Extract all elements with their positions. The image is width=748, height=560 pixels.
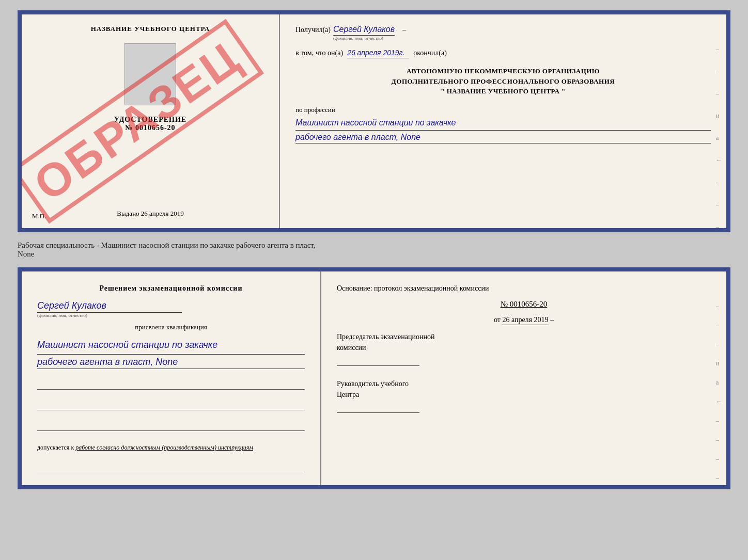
- poluchil-name: Сергей Кулаков: [333, 25, 395, 36]
- dash-5: а: [716, 134, 722, 142]
- osnovanie-text: Основание: протокол экзаменационной коми…: [337, 284, 711, 293]
- cert-right-panel: Получил(а) Сергей Кулаков (фамилия, имя,…: [280, 14, 726, 228]
- protocol-date-value: 26 апреля 2019: [502, 316, 548, 325]
- org-line2: ДОПОЛНИТЕЛЬНОГО ПРОФЕССИОНАЛЬНОГО ОБРАЗО…: [295, 76, 711, 87]
- b-dash-2: –: [716, 322, 722, 329]
- b-dash-10: –: [716, 474, 722, 482]
- certificate-top: НАЗВАНИЕ УЧЕБНОГО ЦЕНТРА УДОСТОВЕРЕНИЕ №…: [18, 10, 730, 232]
- dash-9: –: [716, 223, 722, 231]
- udostoverenie-block: УДОСТОВЕРЕНИЕ № 0010656-20: [114, 116, 186, 132]
- rukovoditel-sign-line: [337, 403, 419, 413]
- b-dash-4: и: [716, 360, 722, 367]
- blank-line-2: [37, 400, 305, 410]
- dash-6: ←: [716, 156, 722, 164]
- resheniem-text: Решением экзаменационной комиссии: [37, 284, 305, 293]
- bottom-name: Сергей Кулаков: [37, 300, 182, 313]
- dash-8: –: [716, 201, 722, 209]
- blank-line-3: [37, 421, 305, 431]
- rukovoditel-block: Руководитель учебного Центра: [337, 378, 711, 413]
- kvali-line2: рабочего агента в пласт, None: [37, 357, 305, 369]
- cert-left-panel: НАЗВАНИЕ УЧЕБНОГО ЦЕНТРА УДОСТОВЕРЕНИЕ №…: [22, 14, 280, 228]
- dash-7: –: [716, 179, 722, 186]
- dash-1: –: [716, 45, 722, 53]
- b-dash-1: –: [716, 302, 722, 310]
- predsedatel-sign-line: [337, 356, 419, 366]
- profession-line1: Машинист насосной станции по закачке: [295, 116, 711, 131]
- vydano-date: 26 апреля 2019: [141, 210, 184, 217]
- v-tom-row: в том, что он(а) 26 апреля 2019г. окончи…: [295, 49, 711, 58]
- dash-2: –: [716, 68, 722, 75]
- subtitle-line2: None: [18, 250, 35, 258]
- prisvoena-text: присвоена квалификация: [37, 323, 305, 331]
- profession-line2: рабочего агента в пласт, None: [295, 133, 711, 143]
- protocol-date: от 26 апреля 2019 –: [337, 316, 711, 324]
- org-block: АВТОНОМНУЮ НЕКОММЕРЧЕСКУЮ ОРГАНИЗАЦИЮ ДО…: [295, 66, 711, 97]
- fio-hint-bottom: (фамилия, имя, отчество): [37, 313, 305, 318]
- dopusk-text: работе согласно должностным (производств…: [75, 444, 253, 451]
- org-quote: " НАЗВАНИЕ УЧЕБНОГО ЦЕНТРА ": [295, 86, 711, 97]
- blank-line-4: [37, 462, 305, 472]
- dopusk-prefix: допускается к: [37, 444, 74, 451]
- udostoverenie-title: УДОСТОВЕРЕНИЕ: [114, 116, 186, 124]
- center-name-top: НАЗВАНИЕ УЧЕБНОГО ЦЕНТРА: [91, 25, 210, 33]
- po-professii-label: по профессии: [295, 106, 711, 114]
- poluchil-row: Получил(а) Сергей Кулаков (фамилия, имя,…: [295, 25, 711, 41]
- poluchil-label: Получил(а): [295, 26, 331, 34]
- b-dash-3: –: [716, 341, 722, 348]
- predsedatel-block: Председатель экзаменационной комиссии: [337, 331, 711, 366]
- mp-label: М.П.: [32, 212, 46, 220]
- protocol-date-prefix: от: [494, 316, 501, 324]
- b-dash-9: –: [716, 455, 722, 463]
- dash-3: –: [716, 90, 722, 98]
- rukovoditel-label2: Центра: [337, 389, 711, 400]
- predsedatel-label: Председатель экзаменационной: [337, 331, 711, 342]
- b-dash-6: ←: [716, 398, 722, 406]
- b-dash-7: –: [716, 417, 722, 425]
- fio-hint-top: (фамилия, имя, отчество): [333, 36, 395, 41]
- b-dash-5: а: [716, 379, 722, 387]
- protocol-date-dash: –: [550, 316, 554, 324]
- vydano-label: Выдано: [117, 210, 139, 217]
- protocol-number: № 0010656-20: [337, 300, 711, 309]
- predsedatel-label2: комиссии: [337, 342, 711, 353]
- v-tom-label: в том, что он(а): [295, 49, 343, 57]
- org-line1: АВТОНОМНУЮ НЕКОММЕРЧЕСКУЮ ОРГАНИЗАЦИЮ: [295, 66, 711, 76]
- certificate-bottom: Решением экзаменационной комиссии Сергей…: [18, 267, 730, 489]
- date-value: 26 апреля 2019г.: [347, 49, 409, 58]
- b-dash-8: –: [716, 436, 722, 444]
- vydano-block: Выдано 26 апреля 2019: [117, 210, 183, 218]
- dopuskaetsya-block: допускается к работе согласно должностны…: [37, 444, 305, 452]
- kvali-line1: Машинист насосной станции по закачке: [37, 337, 305, 355]
- profession-block: по профессии Машинист насосной станции п…: [295, 106, 711, 144]
- subtitle-container: Рабочая специальность - Машинист насосно…: [18, 238, 730, 261]
- dash-4: и: [716, 112, 722, 120]
- cert-bottom-left-panel: Решением экзаменационной комиссии Сергей…: [22, 271, 321, 485]
- blank-line-1: [37, 379, 305, 390]
- rukovoditel-label: Руководитель учебного: [337, 378, 711, 389]
- cert-bottom-right-panel: Основание: протокол экзаменационной коми…: [321, 271, 726, 485]
- okonchil-label: окончил(а): [413, 49, 447, 57]
- udostoverenie-number: № 0010656-20: [114, 124, 186, 132]
- kvali-block: Машинист насосной станции по закачке раб…: [37, 337, 305, 369]
- photo-placeholder: [124, 43, 176, 105]
- subtitle-line1: Рабочая специальность - Машинист насосно…: [18, 241, 316, 249]
